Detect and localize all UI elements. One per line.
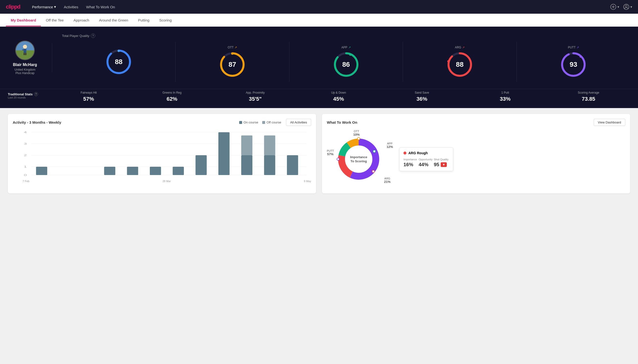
stat-1-putt: 1 Putt 33% (464, 91, 547, 102)
arg-label: ARG ↗ (455, 46, 465, 49)
svg-rect-45 (241, 136, 252, 155)
svg-text:0: 0 (24, 174, 27, 176)
svg-text:4: 4 (24, 131, 27, 134)
wtw-title: What To Work On (327, 120, 357, 124)
score-total-value: 88 (115, 58, 122, 66)
add-button[interactable]: ▾ (610, 4, 619, 10)
score-putt-value: 93 (570, 61, 577, 68)
tooltip-dot (403, 152, 406, 154)
nav-what-to-work-on[interactable]: What To Work On (86, 5, 115, 9)
svg-rect-48 (287, 155, 298, 175)
stats-values: Fairways Hit 57% Greens In Reg 62% App. … (47, 91, 630, 102)
all-activities-button[interactable]: All Activities (286, 119, 311, 126)
tab-putting[interactable]: Putting (133, 14, 154, 26)
on-course-dot (239, 121, 242, 124)
tab-around-the-green[interactable]: Around the Green (94, 14, 133, 26)
svg-text:2: 2 (24, 154, 27, 157)
score-ott-value: 87 (229, 61, 236, 68)
arg-label: ARG 21% (384, 177, 390, 184)
tab-off-the-tee[interactable]: Off the Tee (41, 14, 69, 26)
svg-text:Importance: Importance (350, 155, 367, 159)
tooltip-title: ARG Rough (408, 151, 428, 155)
chevron-down-icon: ▾ (54, 5, 56, 9)
help-icon[interactable]: ? (34, 92, 38, 96)
svg-point-54 (346, 146, 371, 172)
svg-point-23 (447, 60, 450, 62)
svg-rect-46 (264, 155, 275, 175)
legend-off-course: Off course (262, 120, 281, 124)
chart-header: Activity - 3 Months - Weekly On course O… (13, 119, 311, 126)
svg-rect-44 (241, 155, 252, 175)
putt-label: PUTT ↗ (568, 46, 579, 49)
tab-approach[interactable]: Approach (69, 14, 94, 26)
nav-activities[interactable]: Activities (64, 5, 78, 9)
wtw-inner: OTT 10% APP 12% ARG 21% PUTT 57% (327, 130, 625, 188)
stat-app-proximity: App. Proximity 35'5" (214, 91, 297, 102)
wtw-header: What To Work On View Dashboard (327, 119, 625, 126)
view-dashboard-button[interactable]: View Dashboard (594, 119, 625, 126)
x-label-may: 9 May (304, 180, 311, 182)
nav-performance[interactable]: Performance ▾ (32, 5, 56, 9)
tooltip-shot-quality: Shot Quality 95 ▼ (434, 158, 449, 168)
svg-point-59 (372, 170, 375, 172)
stats-row: Traditional Stats ? Last 20 rounds Fairw… (0, 89, 638, 108)
score-rings: 88 OTT ↗ 87 (62, 42, 630, 82)
trend-up-icon: ↗ (576, 46, 579, 49)
svg-point-14 (118, 50, 120, 52)
ott-label: OTT ↗ (228, 46, 237, 49)
stat-scoring-average: Scoring Average 73.85 (547, 91, 630, 102)
user-menu-button[interactable]: ▾ (623, 4, 632, 10)
stat-fairways-hit: Fairways Hit 57% (47, 91, 130, 102)
tpq-section: Total Player Quality ? 88 (62, 34, 630, 82)
svg-rect-37 (36, 167, 47, 175)
nav-right: ▾ ▾ (610, 4, 632, 10)
bar-chart-svg: 4 3 2 1 0 (13, 130, 311, 179)
svg-rect-43 (218, 132, 230, 175)
wtw-card: What To Work On View Dashboard OTT 10% A… (322, 114, 630, 193)
trend-up-icon: ↗ (348, 46, 351, 49)
shot-quality-value: 95 (434, 162, 439, 168)
top-nav: clippd Performance ▾ Activities What To … (0, 0, 638, 14)
svg-text:To Scoring: To Scoring (351, 160, 367, 163)
help-icon[interactable]: ? (91, 34, 95, 38)
svg-point-26 (579, 55, 582, 58)
tab-my-dashboard[interactable]: My Dashboard (6, 14, 41, 26)
score-app: APP ↗ 86 (289, 42, 403, 82)
tooltip-importance: Importance 16% (403, 158, 419, 168)
score-arg: ARG ↗ 88 (403, 42, 517, 82)
ring-arg: 88 (446, 51, 473, 78)
svg-rect-42 (196, 155, 207, 175)
ring-app: 86 (333, 51, 360, 78)
chart-legend: On course Off course (239, 120, 281, 124)
trend-up-icon: ↗ (462, 46, 465, 49)
legend-on-course: On course (239, 120, 258, 124)
svg-rect-41 (173, 167, 184, 175)
donut-svg: Importance To Scoring (334, 135, 383, 184)
main-content: Activity - 3 Months - Weekly On course O… (0, 108, 638, 199)
avatar (15, 40, 35, 60)
svg-point-60 (337, 158, 339, 160)
ring-putt: 93 (560, 51, 587, 78)
svg-rect-8 (24, 49, 26, 53)
score-app-value: 86 (342, 61, 350, 68)
tooltip-opportunity: Opportunity 44% (419, 158, 434, 168)
svg-point-58 (373, 150, 375, 152)
app-label: APP ↗ (341, 46, 351, 49)
nav-links: Performance ▾ Activities What To Work On (32, 5, 115, 9)
trend-up-icon: ↗ (235, 46, 237, 49)
svg-rect-10 (24, 53, 25, 55)
off-course-dot (262, 121, 265, 124)
app-logo: clippd (6, 4, 20, 10)
tab-scoring[interactable]: Scoring (154, 14, 176, 26)
wtw-tooltip-card: ARG Rough Importance 16% Opportunity 44%… (399, 148, 453, 171)
player-handicap: Plus Handicap (16, 72, 34, 75)
stat-greens-in-reg: Greens In Reg 62% (130, 91, 214, 102)
activity-chart-card: Activity - 3 Months - Weekly On course O… (8, 114, 316, 193)
score-arg-value: 88 (456, 61, 464, 68)
x-label-feb: 7 Feb (23, 180, 29, 182)
svg-point-57 (357, 138, 360, 140)
donut-chart-wrap: OTT 10% APP 12% ARG 21% PUTT 57% (327, 130, 395, 188)
stat-sand-save: Sand Save 36% (380, 91, 464, 102)
bar-chart-area: 4 3 2 1 0 (13, 130, 311, 179)
putt-label: PUTT 57% (327, 149, 334, 156)
